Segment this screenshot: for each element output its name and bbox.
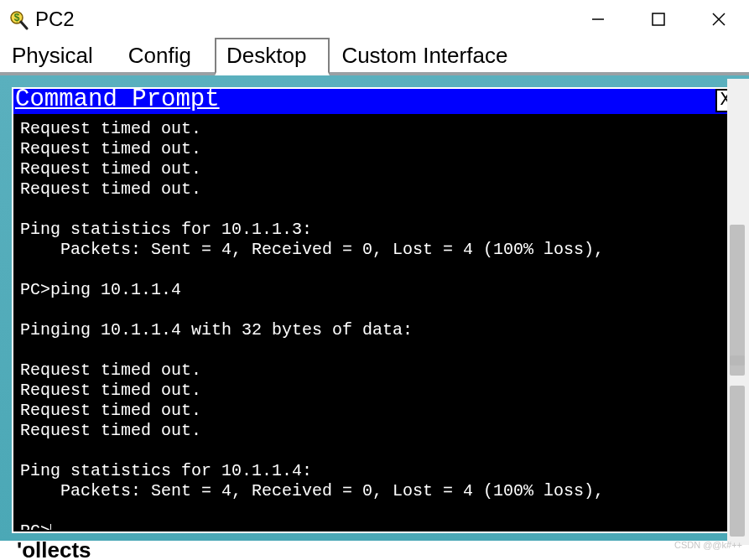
scrollbar-thumb[interactable] xyxy=(730,355,745,366)
tab-custom-interface[interactable]: Custom Interface xyxy=(330,38,531,74)
scrollbar-thumb[interactable] xyxy=(730,225,745,376)
tab-physical[interactable]: Physical xyxy=(0,38,117,74)
window-scrollbar[interactable] xyxy=(727,79,749,545)
command-prompt-window: Command Prompt X Request timed out. Requ… xyxy=(12,87,737,533)
svg-rect-4 xyxy=(653,13,664,25)
command-prompt-title-text: Command Prompt xyxy=(15,89,220,113)
tab-desktop[interactable]: Desktop xyxy=(215,38,330,75)
window-controls xyxy=(568,0,749,39)
desktop-surface: Command Prompt X Request timed out. Requ… xyxy=(0,75,749,541)
cutoff-text: 'ollects xyxy=(17,537,91,560)
watermark-text: CSDN @@k#++ xyxy=(674,540,742,550)
tab-config[interactable]: Config xyxy=(117,38,215,74)
window-titlebar: $ PC2 xyxy=(0,0,749,39)
svg-line-2 xyxy=(21,22,27,29)
command-prompt-titlebar[interactable]: Command Prompt X xyxy=(13,89,736,114)
window-title: PC2 xyxy=(35,8,75,31)
terminal-output: Request timed out. Request timed out. Re… xyxy=(20,119,604,531)
minimize-button[interactable] xyxy=(568,0,628,39)
tab-strip: Physical Config Desktop Custom Interface xyxy=(0,39,749,75)
app-icon: $ xyxy=(7,8,29,30)
terminal-cursor xyxy=(50,524,51,531)
close-button[interactable] xyxy=(689,0,749,39)
svg-text:$: $ xyxy=(14,12,20,23)
maximize-button[interactable] xyxy=(628,0,689,39)
command-prompt-terminal[interactable]: Request timed out. Request timed out. Re… xyxy=(13,114,736,531)
scrollbar-thumb[interactable] xyxy=(730,386,745,537)
